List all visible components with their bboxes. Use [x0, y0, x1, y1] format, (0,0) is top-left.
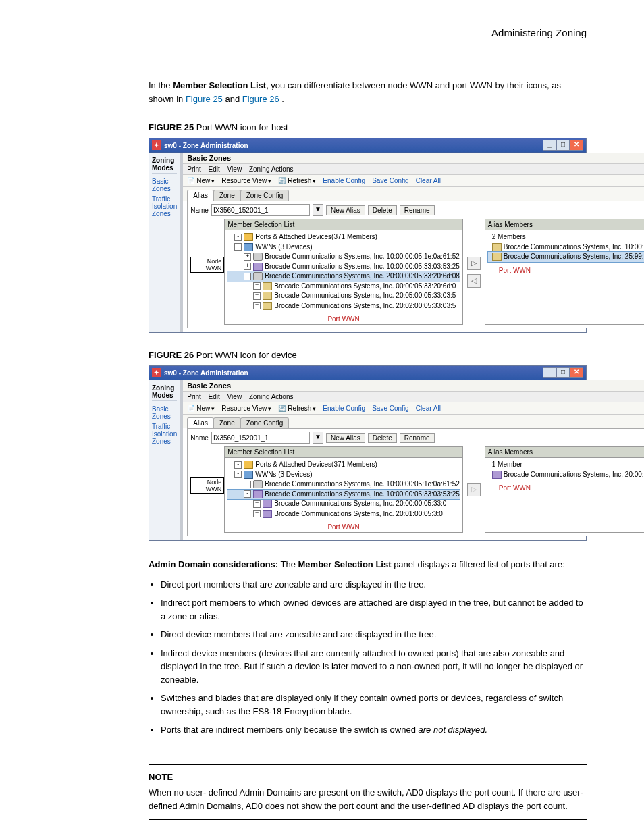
tree-row[interactable]: -WWNs (3 Devices)	[227, 242, 460, 253]
expand-icon[interactable]: +	[253, 292, 261, 300]
menu-edit[interactable]: Edit	[209, 165, 220, 173]
new-alias-button[interactable]: New Alias	[326, 205, 365, 215]
tree-row[interactable]: +Brocade Communications Systems, Inc. 20…	[227, 509, 460, 519]
menu-edit[interactable]: Edit	[209, 393, 220, 400]
member-tree[interactable]: -Ports & Attached Devices(371 Members)-W…	[225, 458, 462, 521]
menu-view[interactable]: View	[227, 393, 242, 400]
name-dropdown-arrow[interactable]: ▼	[313, 204, 323, 216]
menu-zoning-actions[interactable]: Zoning Actions	[249, 165, 294, 173]
tree-row[interactable]: -WWNs (3 Devices)	[227, 470, 460, 480]
menu-view[interactable]: View	[227, 165, 242, 173]
new-alias-button[interactable]: New Alias	[326, 433, 365, 443]
tree-row[interactable]: -Ports & Attached Devices(371 Members)	[227, 232, 460, 242]
tree-label: Ports & Attached Devices(371 Members)	[255, 232, 377, 242]
add-member-button[interactable]: ▷	[467, 257, 481, 270]
close-button[interactable]: ✕	[570, 367, 583, 378]
expand-icon[interactable]: +	[253, 500, 261, 508]
titlebar: ✦ sw0 - Zone Administration _ □ ✕	[149, 366, 586, 380]
refresh-dropdown[interactable]: 🔄 Refresh	[278, 177, 316, 184]
expand-icon[interactable]: +	[253, 510, 261, 517]
tree-row[interactable]: +Brocade Communications Systems, Inc. 10…	[227, 262, 460, 272]
resource-view-dropdown[interactable]: Resource View	[221, 177, 271, 184]
expand-icon[interactable]: -	[244, 481, 251, 488]
nav-traffic-isolation[interactable]: Traffic Isolation Zones	[152, 421, 177, 446]
tree-label: Ports & Attached Devices(371 Members)	[255, 460, 377, 470]
member-selection-list: Member Selection List -Ports & Attached …	[224, 446, 463, 533]
tree-row[interactable]: -Brocade Communications Systems, Inc. 10…	[227, 479, 460, 490]
add-member-button[interactable]: ▷	[467, 483, 481, 496]
clear-all-link[interactable]: Clear All	[416, 177, 441, 184]
minimize-button[interactable]: _	[543, 140, 556, 151]
tree-row[interactable]: +Brocade Communications Systems, Inc. 20…	[227, 499, 460, 509]
close-button[interactable]: ✕	[570, 140, 583, 151]
minimize-button[interactable]: _	[543, 367, 556, 378]
expand-icon[interactable]: -	[234, 471, 242, 478]
main-heading: Basic Zones	[183, 380, 644, 392]
tab-zone[interactable]: Zone	[213, 417, 241, 428]
name-dropdown-arrow[interactable]: ▼	[313, 432, 323, 444]
main-heading: Basic Zones	[183, 153, 644, 164]
name-input[interactable]	[211, 432, 310, 444]
tree-row[interactable]: +Brocade Communications Systems, Inc. 20…	[227, 291, 460, 301]
tree-row[interactable]: -Ports & Attached Devices(371 Members)	[227, 460, 460, 470]
intro-end: .	[279, 94, 284, 104]
nav-basic-zones[interactable]: Basic Zones	[152, 176, 177, 194]
maximize-button[interactable]: □	[556, 367, 570, 378]
clear-all-link[interactable]: Clear All	[416, 405, 441, 412]
resource-view-dropdown[interactable]: Resource View	[221, 405, 271, 412]
remove-member-button[interactable]: ◁	[467, 274, 481, 288]
nav-traffic-isolation[interactable]: Traffic Isolation Zones	[152, 194, 177, 219]
save-config-link[interactable]: Save Config	[372, 405, 408, 412]
refresh-dropdown[interactable]: 🔄 Refresh	[278, 405, 316, 412]
window-title: sw0 - Zone Administration	[164, 369, 248, 377]
tab-zone-config[interactable]: Zone Config	[240, 190, 289, 201]
refresh-label: Refresh	[288, 177, 311, 184]
figure-25-link[interactable]: Figure 25	[186, 94, 223, 104]
name-input[interactable]	[211, 204, 310, 216]
tab-alias[interactable]: Alias	[187, 417, 214, 428]
tree-row[interactable]: -Brocade Communications Systems, Inc. 20…	[227, 271, 460, 282]
tree-row[interactable]: +Brocade Communications Systems, Inc. 10…	[227, 252, 460, 262]
menu-zoning-actions[interactable]: Zoning Actions	[249, 393, 294, 400]
list-item[interactable]: Brocade Communications Systems, Inc. 10:…	[488, 242, 644, 253]
expand-icon[interactable]: +	[244, 253, 251, 261]
figure-26-link[interactable]: Figure 26	[242, 94, 279, 104]
menu-print[interactable]: Print	[187, 393, 201, 400]
expand-icon[interactable]: +	[253, 282, 261, 290]
dev2-icon	[253, 490, 263, 498]
expand-icon[interactable]: -	[234, 243, 242, 251]
member-tree[interactable]: -Ports & Attached Devices(371 Members)-W…	[225, 230, 462, 313]
delete-button[interactable]: Delete	[368, 433, 397, 443]
new-dropdown[interactable]: 📄 New	[187, 405, 215, 412]
enable-config-link[interactable]: Enable Config	[323, 405, 365, 412]
list-item[interactable]: Brocade Communications Systems, Inc. 20:…	[488, 470, 644, 480]
maximize-button[interactable]: □	[556, 140, 570, 151]
tree-row[interactable]: +Brocade Communications Systems, Inc. 00…	[227, 282, 460, 292]
delete-button[interactable]: Delete	[368, 205, 397, 215]
tab-zone[interactable]: Zone	[213, 190, 241, 201]
tree-label: WWNs (3 Devices)	[255, 470, 312, 480]
enable-config-link[interactable]: Enable Config	[323, 177, 365, 184]
expand-icon[interactable]: -	[244, 273, 251, 280]
menu-print[interactable]: Print	[187, 165, 201, 173]
tree-label: Brocade Communications Systems, Inc. 10:…	[265, 262, 460, 272]
rename-button[interactable]: Rename	[400, 433, 435, 443]
tab-zone-config[interactable]: Zone Config	[240, 417, 289, 428]
save-config-link[interactable]: Save Config	[372, 177, 408, 184]
expand-icon[interactable]: -	[234, 234, 242, 241]
expand-icon[interactable]: +	[244, 263, 251, 270]
tree-row[interactable]: +Brocade Communications Systems, Inc. 20…	[227, 301, 460, 311]
new-label: New	[196, 177, 210, 184]
new-dropdown[interactable]: 📄 New	[187, 177, 215, 184]
expand-icon[interactable]: -	[244, 490, 251, 498]
tree-row[interactable]: -Brocade Communications Systems, Inc. 10…	[227, 490, 460, 500]
rename-button[interactable]: Rename	[400, 205, 435, 215]
tab-alias[interactable]: Alias	[187, 190, 214, 201]
expand-icon[interactable]: +	[253, 302, 261, 309]
admin-bullets: Direct port members that are zoneable an…	[161, 578, 587, 737]
list-item[interactable]: Brocade Communications Systems, Inc. 25:…	[488, 252, 644, 262]
bullet-4: Indirect device members (devices that ar…	[161, 647, 587, 687]
nav-basic-zones[interactable]: Basic Zones	[152, 404, 177, 421]
member-list-header: Member Selection List	[225, 447, 462, 458]
expand-icon[interactable]: -	[234, 461, 242, 469]
